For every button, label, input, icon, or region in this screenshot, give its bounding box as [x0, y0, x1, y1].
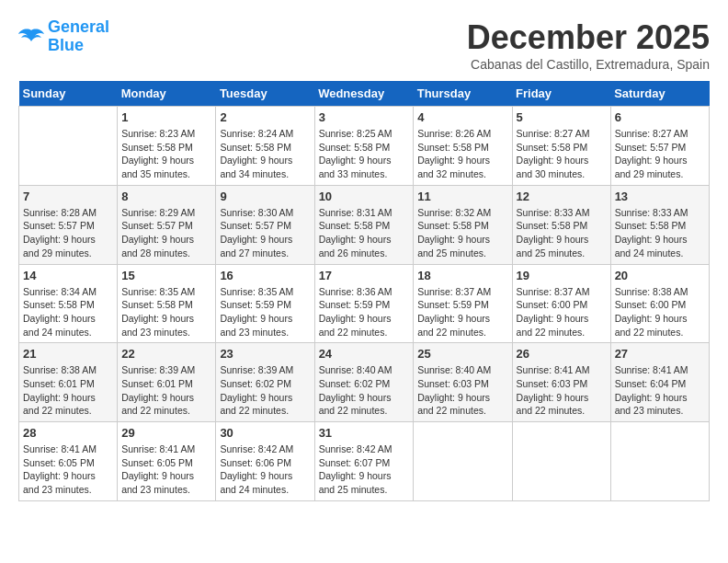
day-number: 19: [517, 269, 607, 282]
calendar-cell: 2Sunrise: 8:24 AM Sunset: 5:58 PM Daylig…: [216, 107, 314, 186]
calendar-day-header: Saturday: [610, 81, 709, 107]
calendar-cell: 3Sunrise: 8:25 AM Sunset: 5:58 PM Daylig…: [314, 107, 414, 186]
day-info: Sunrise: 8:42 AM Sunset: 6:06 PM Dayligh…: [220, 442, 310, 497]
calendar-week-row: 21Sunrise: 8:38 AM Sunset: 6:01 PM Dayli…: [19, 343, 710, 422]
calendar-cell: 11Sunrise: 8:32 AM Sunset: 5:58 PM Dayli…: [414, 185, 512, 264]
calendar-week-row: 14Sunrise: 8:34 AM Sunset: 5:58 PM Dayli…: [19, 264, 710, 343]
day-info: Sunrise: 8:35 AM Sunset: 5:58 PM Dayligh…: [121, 285, 211, 339]
logo-text: General Blue: [48, 18, 109, 55]
day-info: Sunrise: 8:33 AM Sunset: 5:58 PM Dayligh…: [517, 206, 607, 260]
page-header: General Blue December 2025 Cabanas del C…: [18, 18, 710, 72]
calendar-table: SundayMondayTuesdayWednesdayThursdayFrid…: [18, 81, 710, 501]
day-number: 4: [417, 110, 507, 124]
day-info: Sunrise: 8:23 AM Sunset: 5:58 PM Dayligh…: [121, 127, 211, 181]
calendar-cell: 30Sunrise: 8:42 AM Sunset: 6:06 PM Dayli…: [216, 422, 314, 501]
calendar-cell: 8Sunrise: 8:29 AM Sunset: 5:57 PM Daylig…: [118, 185, 216, 264]
day-info: Sunrise: 8:41 AM Sunset: 6:04 PM Dayligh…: [615, 363, 705, 418]
calendar-cell: 25Sunrise: 8:40 AM Sunset: 6:03 PM Dayli…: [414, 343, 512, 422]
calendar-cell: 14Sunrise: 8:34 AM Sunset: 5:58 PM Dayli…: [19, 264, 118, 343]
day-number: 15: [121, 269, 211, 282]
day-info: Sunrise: 8:35 AM Sunset: 5:59 PM Dayligh…: [220, 285, 310, 339]
day-info: Sunrise: 8:29 AM Sunset: 5:57 PM Dayligh…: [121, 206, 211, 260]
day-info: Sunrise: 8:34 AM Sunset: 5:58 PM Dayligh…: [23, 285, 113, 339]
month-title: December 2025: [467, 18, 710, 57]
logo: General Blue: [18, 18, 109, 55]
calendar-cell: [414, 422, 512, 501]
calendar-cell: [512, 422, 610, 501]
day-number: 12: [517, 190, 607, 203]
day-number: 20: [615, 269, 705, 282]
day-info: Sunrise: 8:27 AM Sunset: 5:58 PM Dayligh…: [517, 127, 607, 181]
calendar-day-header: Thursday: [414, 81, 512, 107]
day-number: 17: [319, 269, 410, 282]
calendar-week-row: 7Sunrise: 8:28 AM Sunset: 5:57 PM Daylig…: [19, 185, 710, 264]
calendar-day-header: Sunday: [19, 81, 118, 107]
day-info: Sunrise: 8:41 AM Sunset: 6:05 PM Dayligh…: [121, 442, 211, 497]
day-info: Sunrise: 8:41 AM Sunset: 6:03 PM Dayligh…: [517, 363, 607, 418]
calendar-cell: 26Sunrise: 8:41 AM Sunset: 6:03 PM Dayli…: [512, 343, 610, 422]
day-number: 16: [220, 269, 310, 282]
calendar-cell: 24Sunrise: 8:40 AM Sunset: 6:02 PM Dayli…: [314, 343, 414, 422]
calendar-week-row: 28Sunrise: 8:41 AM Sunset: 6:05 PM Dayli…: [19, 422, 710, 501]
calendar-cell: 15Sunrise: 8:35 AM Sunset: 5:58 PM Dayli…: [118, 264, 216, 343]
calendar-cell: 17Sunrise: 8:36 AM Sunset: 5:59 PM Dayli…: [314, 264, 414, 343]
day-number: 1: [121, 110, 211, 124]
day-info: Sunrise: 8:26 AM Sunset: 5:58 PM Dayligh…: [417, 127, 507, 181]
logo-icon: [18, 27, 44, 47]
calendar-cell: [19, 107, 118, 186]
day-number: 8: [121, 190, 211, 203]
calendar-cell: 13Sunrise: 8:33 AM Sunset: 5:58 PM Dayli…: [610, 185, 709, 264]
day-number: 7: [23, 190, 113, 203]
day-info: Sunrise: 8:31 AM Sunset: 5:58 PM Dayligh…: [319, 206, 410, 260]
day-info: Sunrise: 8:41 AM Sunset: 6:05 PM Dayligh…: [23, 442, 113, 497]
day-info: Sunrise: 8:30 AM Sunset: 5:57 PM Dayligh…: [220, 206, 310, 260]
day-number: 28: [23, 426, 113, 440]
calendar-cell: 22Sunrise: 8:39 AM Sunset: 6:01 PM Dayli…: [118, 343, 216, 422]
calendar-day-header: Wednesday: [314, 81, 414, 107]
day-number: 24: [319, 347, 410, 361]
day-info: Sunrise: 8:40 AM Sunset: 6:03 PM Dayligh…: [417, 363, 507, 418]
day-info: Sunrise: 8:33 AM Sunset: 5:58 PM Dayligh…: [615, 206, 705, 260]
day-number: 30: [220, 426, 310, 440]
calendar-cell: 23Sunrise: 8:39 AM Sunset: 6:02 PM Dayli…: [216, 343, 314, 422]
calendar-day-header: Monday: [118, 81, 216, 107]
day-info: Sunrise: 8:38 AM Sunset: 6:01 PM Dayligh…: [23, 363, 113, 418]
calendar-cell: 4Sunrise: 8:26 AM Sunset: 5:58 PM Daylig…: [414, 107, 512, 186]
calendar-day-header: Friday: [512, 81, 610, 107]
calendar-cell: 21Sunrise: 8:38 AM Sunset: 6:01 PM Dayli…: [19, 343, 118, 422]
day-number: 21: [23, 347, 113, 361]
day-info: Sunrise: 8:39 AM Sunset: 6:01 PM Dayligh…: [121, 363, 211, 418]
calendar-cell: [610, 422, 709, 501]
calendar-header-row: SundayMondayTuesdayWednesdayThursdayFrid…: [19, 81, 710, 107]
day-number: 25: [417, 347, 507, 361]
calendar-cell: 12Sunrise: 8:33 AM Sunset: 5:58 PM Dayli…: [512, 185, 610, 264]
day-number: 3: [319, 110, 410, 124]
calendar-cell: 5Sunrise: 8:27 AM Sunset: 5:58 PM Daylig…: [512, 107, 610, 186]
calendar-cell: 10Sunrise: 8:31 AM Sunset: 5:58 PM Dayli…: [314, 185, 414, 264]
calendar-day-header: Tuesday: [216, 81, 314, 107]
day-number: 6: [615, 110, 705, 124]
day-number: 14: [23, 269, 113, 282]
location: Cabanas del Castillo, Extremadura, Spain: [467, 57, 710, 72]
day-info: Sunrise: 8:24 AM Sunset: 5:58 PM Dayligh…: [220, 127, 310, 181]
calendar-cell: 28Sunrise: 8:41 AM Sunset: 6:05 PM Dayli…: [19, 422, 118, 501]
day-info: Sunrise: 8:40 AM Sunset: 6:02 PM Dayligh…: [319, 363, 410, 418]
day-info: Sunrise: 8:37 AM Sunset: 5:59 PM Dayligh…: [417, 285, 507, 339]
day-number: 31: [319, 426, 410, 440]
day-info: Sunrise: 8:27 AM Sunset: 5:57 PM Dayligh…: [615, 127, 705, 181]
title-block: December 2025 Cabanas del Castillo, Extr…: [467, 18, 710, 72]
day-number: 2: [220, 110, 310, 124]
day-info: Sunrise: 8:42 AM Sunset: 6:07 PM Dayligh…: [319, 442, 410, 497]
calendar-cell: 19Sunrise: 8:37 AM Sunset: 6:00 PM Dayli…: [512, 264, 610, 343]
day-info: Sunrise: 8:39 AM Sunset: 6:02 PM Dayligh…: [220, 363, 310, 418]
day-number: 29: [121, 426, 211, 440]
calendar-cell: 1Sunrise: 8:23 AM Sunset: 5:58 PM Daylig…: [118, 107, 216, 186]
day-number: 13: [615, 190, 705, 203]
day-number: 18: [417, 269, 507, 282]
day-number: 9: [220, 190, 310, 203]
day-number: 5: [517, 110, 607, 124]
calendar-cell: 20Sunrise: 8:38 AM Sunset: 6:00 PM Dayli…: [610, 264, 709, 343]
day-number: 22: [121, 347, 211, 361]
calendar-cell: 18Sunrise: 8:37 AM Sunset: 5:59 PM Dayli…: [414, 264, 512, 343]
day-info: Sunrise: 8:25 AM Sunset: 5:58 PM Dayligh…: [319, 127, 410, 181]
